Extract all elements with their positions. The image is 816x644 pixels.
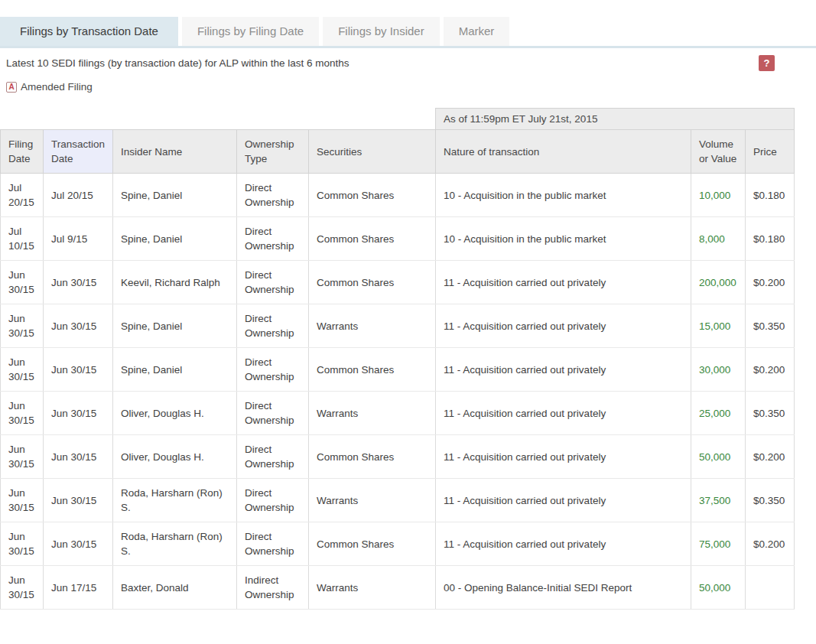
filings-subtitle: Latest 10 SEDI filings (by transaction d…	[6, 55, 349, 69]
securities-cell: Warrants	[309, 392, 436, 435]
as-of-timestamp: As of 11:59pm ET July 21st, 2015	[436, 109, 795, 130]
ownership-type-cell: Direct Ownership	[237, 522, 309, 566]
transaction-date-cell: Jun 30/15	[44, 522, 113, 566]
nature-of-transaction-cell: 11 - Acquisition carried out privately	[436, 479, 691, 522]
ownership-type-cell: Direct Ownership	[237, 261, 309, 304]
table-row: Jun 30/15Jun 30/15Oliver, Douglas H.Dire…	[1, 392, 795, 435]
securities-cell: Common Shares	[309, 174, 436, 217]
filing-date-cell: Jun 30/15	[1, 304, 44, 348]
nature-of-transaction-cell: 10 - Acquisition in the public market	[436, 217, 691, 261]
nature-of-transaction-cell: 11 - Acquisition carried out privately	[436, 304, 691, 348]
filing-date-cell: Jun 30/15	[1, 348, 44, 392]
price-cell: $0.180	[746, 217, 795, 261]
transaction-date-cell: Jun 30/15	[44, 348, 113, 392]
table-row: Jun 30/15Jun 17/15Baxter, DonaldIndirect…	[1, 566, 795, 610]
insider-name-cell: Oliver, Douglas H.	[113, 392, 237, 435]
price-cell: $0.200	[746, 261, 795, 304]
nature-of-transaction-cell: 11 - Acquisition carried out privately	[436, 522, 691, 566]
filing-date-cell: Jun 30/15	[1, 566, 44, 610]
securities-cell: Warrants	[309, 479, 436, 522]
price-cell: $0.200	[746, 435, 795, 479]
volume-cell: 37,500	[691, 479, 746, 522]
as-of-spacer	[1, 109, 436, 130]
ownership-type-cell: Direct Ownership	[237, 217, 309, 261]
securities-cell: Common Shares	[309, 261, 436, 304]
header-ownership-type[interactable]: Ownership Type	[237, 130, 309, 174]
header-insider-name[interactable]: Insider Name	[113, 130, 237, 174]
volume-cell: 30,000	[691, 348, 746, 392]
nature-of-transaction-cell: 11 - Acquisition carried out privately	[436, 261, 691, 304]
volume-cell: 10,000	[691, 174, 746, 217]
price-cell: $0.350	[746, 392, 795, 435]
header-volume-or-value[interactable]: Volume or Value	[691, 130, 746, 174]
price-cell: $0.200	[746, 348, 795, 392]
tab-filings-by-filing-date[interactable]: Filings by Filing Date	[182, 17, 319, 46]
tab-filings-by-insider[interactable]: Filings by Insider	[323, 17, 440, 46]
header-transaction-date[interactable]: Transaction Date	[44, 130, 113, 174]
price-cell: $0.200	[746, 522, 795, 566]
ownership-type-cell: Direct Ownership	[237, 435, 309, 479]
insider-name-cell: Spine, Daniel	[113, 174, 237, 217]
table-row: Jun 30/15Jun 30/15Keevil, Richard RalphD…	[1, 261, 795, 304]
amended-filing-icon: A	[6, 82, 17, 93]
as-of-row: As of 11:59pm ET July 21st, 2015	[1, 109, 795, 130]
table-row: Jun 30/15Jun 30/15Oliver, Douglas H.Dire…	[1, 435, 795, 479]
ownership-type-cell: Direct Ownership	[237, 304, 309, 348]
nature-of-transaction-cell: 10 - Acquisition in the public market	[436, 174, 691, 217]
ownership-type-cell: Direct Ownership	[237, 479, 309, 522]
insider-name-cell: Keevil, Richard Ralph	[113, 261, 237, 304]
securities-cell: Common Shares	[309, 435, 436, 479]
filings-table: As of 11:59pm ET July 21st, 2015 Filing …	[0, 108, 795, 610]
table-row: Jul 10/15Jul 9/15Spine, DanielDirect Own…	[1, 217, 795, 261]
tab-marker[interactable]: Marker	[444, 17, 510, 46]
table-row: Jun 30/15Jun 30/15Spine, DanielDirect Ow…	[1, 348, 795, 392]
transaction-date-cell: Jul 9/15	[44, 217, 113, 261]
filing-date-cell: Jun 30/15	[1, 261, 44, 304]
nature-of-transaction-cell: 11 - Acquisition carried out privately	[436, 435, 691, 479]
header-filing-date[interactable]: Filing Date	[1, 130, 44, 174]
nature-of-transaction-cell: 11 - Acquisition carried out privately	[436, 348, 691, 392]
insider-name-cell: Roda, Harsharn (Ron) S.	[113, 479, 237, 522]
help-icon[interactable]: ?	[759, 55, 775, 71]
header-price[interactable]: Price	[746, 130, 795, 174]
filing-date-cell: Jun 30/15	[1, 522, 44, 566]
insider-name-cell: Spine, Daniel	[113, 304, 237, 348]
securities-cell: Warrants	[309, 566, 436, 610]
price-cell	[746, 566, 795, 610]
amended-filing-label: Amended Filing	[21, 81, 93, 93]
tab-bar: Filings by Transaction Date Filings by F…	[0, 17, 816, 48]
transaction-date-cell: Jun 30/15	[44, 392, 113, 435]
ownership-type-cell: Direct Ownership	[237, 348, 309, 392]
column-header-row: Filing Date Transaction Date Insider Nam…	[1, 130, 795, 174]
insider-name-cell: Oliver, Douglas H.	[113, 435, 237, 479]
insider-name-cell: Spine, Daniel	[113, 217, 237, 261]
volume-cell: 50,000	[691, 435, 746, 479]
table-row: Jun 30/15Jun 30/15Roda, Harsharn (Ron) S…	[1, 479, 795, 522]
ownership-type-cell: Direct Ownership	[237, 392, 309, 435]
table-row: Jul 20/15Jul 20/15Spine, DanielDirect Ow…	[1, 174, 795, 217]
filing-date-cell: Jun 30/15	[1, 435, 44, 479]
price-cell: $0.180	[746, 174, 795, 217]
amended-filing-legend: A Amended Filing	[0, 81, 816, 93]
header-securities[interactable]: Securities	[309, 130, 436, 174]
price-cell: $0.350	[746, 479, 795, 522]
securities-cell: Warrants	[309, 304, 436, 348]
volume-cell: 200,000	[691, 261, 746, 304]
filing-date-cell: Jun 30/15	[1, 479, 44, 522]
nature-of-transaction-cell: 00 - Opening Balance-Initial SEDI Report	[436, 566, 691, 610]
header-nature-of-transaction[interactable]: Nature of transaction	[436, 130, 691, 174]
transaction-date-cell: Jun 17/15	[44, 566, 113, 610]
insider-name-cell: Spine, Daniel	[113, 348, 237, 392]
table-row: Jun 30/15Jun 30/15Roda, Harsharn (Ron) S…	[1, 522, 795, 566]
transaction-date-cell: Jun 30/15	[44, 435, 113, 479]
ownership-type-cell: Indirect Ownership	[237, 566, 309, 610]
volume-cell: 8,000	[691, 217, 746, 261]
securities-cell: Common Shares	[309, 217, 436, 261]
filing-date-cell: Jul 10/15	[1, 217, 44, 261]
filings-table-body: Jul 20/15Jul 20/15Spine, DanielDirect Ow…	[1, 174, 795, 610]
transaction-date-cell: Jun 30/15	[44, 304, 113, 348]
tab-filings-by-transaction-date[interactable]: Filings by Transaction Date	[0, 17, 178, 46]
volume-cell: 75,000	[691, 522, 746, 566]
securities-cell: Common Shares	[309, 348, 436, 392]
insider-name-cell: Roda, Harsharn (Ron) S.	[113, 522, 237, 566]
